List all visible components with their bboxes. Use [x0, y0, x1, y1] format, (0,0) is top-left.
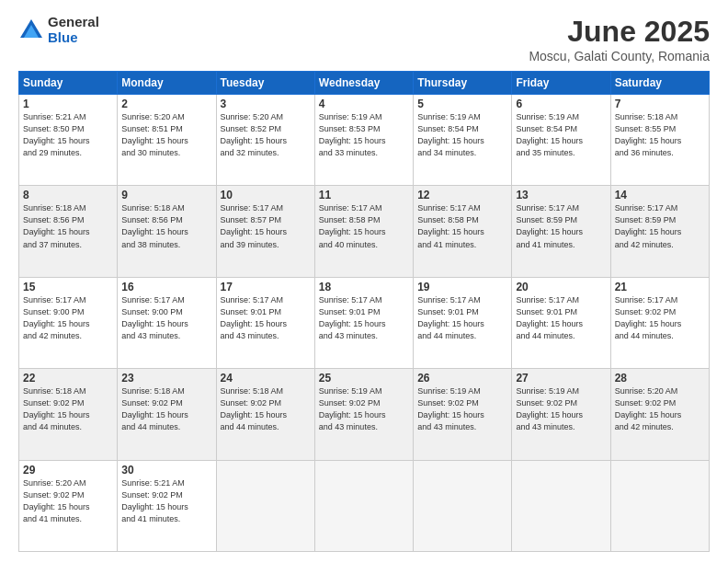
day-number: 1 [23, 98, 113, 110]
day-info: Sunrise: 5:18 AMSunset: 8:56 PMDaylight:… [121, 202, 211, 250]
day-info: Sunrise: 5:18 AMSunset: 8:55 PMDaylight:… [615, 111, 705, 159]
calendar-cell: 19Sunrise: 5:17 AMSunset: 9:01 PMDayligh… [414, 277, 512, 368]
day-info: Sunrise: 5:17 AMSunset: 8:59 PMDaylight:… [516, 202, 606, 250]
calendar-header-thursday: Thursday [414, 72, 512, 95]
calendar-header-saturday: Saturday [610, 72, 709, 95]
day-number: 8 [23, 189, 113, 201]
calendar-cell: 15Sunrise: 5:17 AMSunset: 9:00 PMDayligh… [19, 277, 118, 368]
day-info: Sunrise: 5:19 AMSunset: 8:53 PMDaylight:… [319, 111, 409, 159]
calendar-cell [414, 460, 512, 551]
day-number: 10 [221, 189, 311, 201]
day-info: Sunrise: 5:17 AMSunset: 9:01 PMDaylight:… [417, 294, 507, 342]
calendar-table: SundayMondayTuesdayWednesdayThursdayFrid… [18, 71, 710, 552]
calendar-cell [610, 460, 709, 551]
day-info: Sunrise: 5:17 AMSunset: 8:58 PMDaylight:… [319, 202, 409, 250]
calendar-week-row-1: 1Sunrise: 5:21 AMSunset: 8:50 PMDaylight… [19, 95, 710, 186]
day-info: Sunrise: 5:20 AMSunset: 9:02 PMDaylight:… [23, 477, 113, 525]
day-info: Sunrise: 5:20 AMSunset: 9:02 PMDaylight:… [615, 385, 705, 433]
calendar-cell: 29Sunrise: 5:20 AMSunset: 9:02 PMDayligh… [19, 460, 118, 551]
day-info: Sunrise: 5:17 AMSunset: 8:58 PMDaylight:… [417, 202, 507, 250]
calendar-cell: 22Sunrise: 5:18 AMSunset: 9:02 PMDayligh… [19, 369, 118, 460]
day-number: 28 [615, 372, 705, 385]
calendar-cell: 26Sunrise: 5:19 AMSunset: 9:02 PMDayligh… [414, 369, 512, 460]
calendar-cell: 3Sunrise: 5:20 AMSunset: 8:52 PMDaylight… [216, 95, 314, 186]
day-info: Sunrise: 5:17 AMSunset: 8:57 PMDaylight:… [221, 202, 311, 250]
calendar-cell: 18Sunrise: 5:17 AMSunset: 9:01 PMDayligh… [314, 277, 413, 368]
day-info: Sunrise: 5:17 AMSunset: 9:01 PMDaylight:… [516, 294, 606, 342]
logo-icon [18, 17, 44, 43]
calendar-header-row: SundayMondayTuesdayWednesdayThursdayFrid… [19, 72, 710, 95]
calendar-cell: 6Sunrise: 5:19 AMSunset: 8:54 PMDaylight… [512, 95, 610, 186]
day-number: 20 [516, 281, 606, 293]
calendar-cell: 13Sunrise: 5:17 AMSunset: 8:59 PMDayligh… [512, 186, 610, 277]
calendar-cell: 9Sunrise: 5:18 AMSunset: 8:56 PMDaylight… [118, 186, 216, 277]
calendar-header-sunday: Sunday [19, 72, 118, 95]
calendar-cell: 7Sunrise: 5:18 AMSunset: 8:55 PMDaylight… [610, 95, 709, 186]
day-info: Sunrise: 5:20 AMSunset: 8:51 PMDaylight:… [121, 111, 211, 159]
calendar-cell [314, 460, 413, 551]
calendar-cell: 5Sunrise: 5:19 AMSunset: 8:54 PMDaylight… [414, 95, 512, 186]
day-number: 7 [615, 98, 705, 110]
calendar-cell: 16Sunrise: 5:17 AMSunset: 9:00 PMDayligh… [118, 277, 216, 368]
calendar-cell [512, 460, 610, 551]
day-number: 12 [417, 189, 507, 201]
calendar-cell: 23Sunrise: 5:18 AMSunset: 9:02 PMDayligh… [118, 369, 216, 460]
day-info: Sunrise: 5:19 AMSunset: 8:54 PMDaylight:… [417, 111, 507, 159]
day-info: Sunrise: 5:17 AMSunset: 9:00 PMDaylight:… [23, 294, 113, 342]
calendar-cell: 1Sunrise: 5:21 AMSunset: 8:50 PMDaylight… [19, 95, 118, 186]
header: General Blue June 2025 Moscu, Galati Cou… [18, 15, 710, 63]
day-number: 15 [23, 281, 113, 293]
calendar-cell: 20Sunrise: 5:17 AMSunset: 9:01 PMDayligh… [512, 277, 610, 368]
day-number: 3 [221, 98, 311, 110]
calendar-cell: 11Sunrise: 5:17 AMSunset: 8:58 PMDayligh… [314, 186, 413, 277]
calendar-cell: 14Sunrise: 5:17 AMSunset: 8:59 PMDayligh… [610, 186, 709, 277]
calendar-cell: 8Sunrise: 5:18 AMSunset: 8:56 PMDaylight… [19, 186, 118, 277]
calendar-cell: 30Sunrise: 5:21 AMSunset: 9:02 PMDayligh… [118, 460, 216, 551]
day-number: 16 [121, 281, 211, 293]
calendar-cell: 24Sunrise: 5:18 AMSunset: 9:02 PMDayligh… [216, 369, 314, 460]
day-number: 4 [319, 98, 409, 110]
calendar-header-monday: Monday [118, 72, 216, 95]
logo-general: General [48, 15, 99, 30]
calendar-cell: 10Sunrise: 5:17 AMSunset: 8:57 PMDayligh… [216, 186, 314, 277]
day-number: 11 [319, 189, 409, 201]
logo-text: General Blue [48, 15, 99, 45]
day-number: 17 [221, 281, 311, 293]
calendar-week-row-4: 22Sunrise: 5:18 AMSunset: 9:02 PMDayligh… [19, 369, 710, 460]
day-number: 13 [516, 189, 606, 201]
day-number: 18 [319, 281, 409, 293]
day-info: Sunrise: 5:19 AMSunset: 9:02 PMDaylight:… [319, 385, 409, 433]
day-info: Sunrise: 5:17 AMSunset: 8:59 PMDaylight:… [615, 202, 705, 250]
day-number: 26 [417, 372, 507, 385]
calendar-cell: 2Sunrise: 5:20 AMSunset: 8:51 PMDaylight… [118, 95, 216, 186]
day-info: Sunrise: 5:20 AMSunset: 8:52 PMDaylight:… [221, 111, 311, 159]
day-number: 5 [417, 98, 507, 110]
calendar-cell: 28Sunrise: 5:20 AMSunset: 9:02 PMDayligh… [610, 369, 709, 460]
day-info: Sunrise: 5:18 AMSunset: 8:56 PMDaylight:… [23, 202, 113, 250]
page: General Blue June 2025 Moscu, Galati Cou… [0, 0, 728, 563]
day-info: Sunrise: 5:17 AMSunset: 9:01 PMDaylight:… [221, 294, 311, 342]
day-info: Sunrise: 5:17 AMSunset: 9:02 PMDaylight:… [615, 294, 705, 342]
day-number: 24 [221, 372, 311, 385]
day-info: Sunrise: 5:18 AMSunset: 9:02 PMDaylight:… [221, 385, 311, 433]
month-title: June 2025 [529, 15, 710, 49]
day-number: 2 [121, 98, 211, 110]
logo: General Blue [18, 15, 99, 45]
day-number: 9 [121, 189, 211, 201]
day-info: Sunrise: 5:17 AMSunset: 9:00 PMDaylight:… [121, 294, 211, 342]
calendar-cell: 25Sunrise: 5:19 AMSunset: 9:02 PMDayligh… [314, 369, 413, 460]
subtitle: Moscu, Galati County, Romania [529, 49, 710, 63]
calendar-week-row-5: 29Sunrise: 5:20 AMSunset: 9:02 PMDayligh… [19, 460, 710, 551]
logo-blue: Blue [48, 30, 99, 46]
day-number: 23 [121, 372, 211, 385]
day-number: 30 [121, 464, 211, 477]
calendar-week-row-2: 8Sunrise: 5:18 AMSunset: 8:56 PMDaylight… [19, 186, 710, 277]
day-info: Sunrise: 5:21 AMSunset: 9:02 PMDaylight:… [121, 477, 211, 525]
calendar-cell [216, 460, 314, 551]
calendar-header-friday: Friday [512, 72, 610, 95]
calendar-cell: 21Sunrise: 5:17 AMSunset: 9:02 PMDayligh… [610, 277, 709, 368]
day-info: Sunrise: 5:18 AMSunset: 9:02 PMDaylight:… [121, 385, 211, 433]
calendar-cell: 12Sunrise: 5:17 AMSunset: 8:58 PMDayligh… [414, 186, 512, 277]
day-info: Sunrise: 5:21 AMSunset: 8:50 PMDaylight:… [23, 111, 113, 159]
day-number: 29 [23, 464, 113, 477]
